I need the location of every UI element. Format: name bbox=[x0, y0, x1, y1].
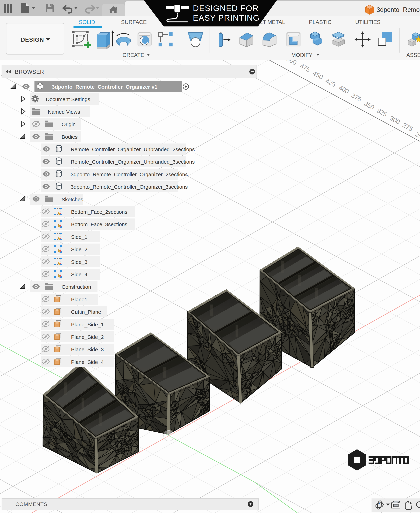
svg-text:ASSEM: ASSEM bbox=[406, 52, 420, 58]
svg-text:Named Views: Named Views bbox=[48, 109, 80, 115]
svg-text:Plane_Side_1: Plane_Side_1 bbox=[71, 322, 104, 327]
svg-text:Origin: Origin bbox=[62, 121, 75, 127]
svg-text:Plane_Side_3: Plane_Side_3 bbox=[71, 347, 104, 352]
svg-text:Plane_Side_2: Plane_Side_2 bbox=[71, 334, 104, 340]
svg-text:DESIGN: DESIGN bbox=[21, 36, 44, 43]
svg-text:MODIFY: MODIFY bbox=[291, 52, 313, 58]
svg-text:3dponto_Remote_Controller_Orga: 3dponto_Remote_Controller_Organizer v1 bbox=[52, 84, 157, 90]
svg-text:Remote_Controller_Organizer_Un: Remote_Controller_Organizer_Unbranded_3s… bbox=[71, 159, 195, 165]
svg-text:EASY PRINTING: EASY PRINTING bbox=[193, 13, 260, 23]
svg-text:Side_4: Side_4 bbox=[71, 272, 87, 277]
svg-text:Plane1: Plane1 bbox=[71, 297, 87, 303]
svg-text:DESIGNED FOR: DESIGNED FOR bbox=[193, 3, 259, 13]
svg-text:COMMENTS: COMMENTS bbox=[15, 501, 47, 507]
svg-text:Bodies: Bodies bbox=[62, 134, 78, 140]
svg-text:Bottom_Face_3sections: Bottom_Face_3sections bbox=[71, 221, 128, 227]
svg-text:Side_2: Side_2 bbox=[71, 247, 87, 252]
svg-text:Cuttin_Plane: Cuttin_Plane bbox=[71, 309, 101, 315]
svg-text:CREATE: CREATE bbox=[122, 52, 144, 58]
svg-text:Bottom_Face_2sections: Bottom_Face_2sections bbox=[71, 209, 128, 215]
svg-text:3dponto_Remote_Controller_Orga: 3dponto_Remote_Controller_Organizer_3sec… bbox=[71, 184, 188, 190]
svg-text:3dponto_Remote_Controller_Orga: 3dponto_Remote_Controller_Organizer_2sec… bbox=[71, 171, 188, 177]
svg-text:Sketches: Sketches bbox=[62, 197, 83, 202]
svg-text:Side_1: Side_1 bbox=[71, 234, 87, 240]
svg-text:Plane_Side_4: Plane_Side_4 bbox=[71, 359, 104, 365]
svg-text:Document Settings: Document Settings bbox=[46, 96, 90, 102]
svg-text:BROWSER: BROWSER bbox=[15, 69, 44, 75]
svg-text:Construction: Construction bbox=[62, 284, 91, 290]
svg-text:Remote_Controller_Organizer_Un: Remote_Controller_Organizer_Unbranded_2s… bbox=[71, 147, 195, 152]
svg-text:Side_3: Side_3 bbox=[71, 259, 87, 265]
